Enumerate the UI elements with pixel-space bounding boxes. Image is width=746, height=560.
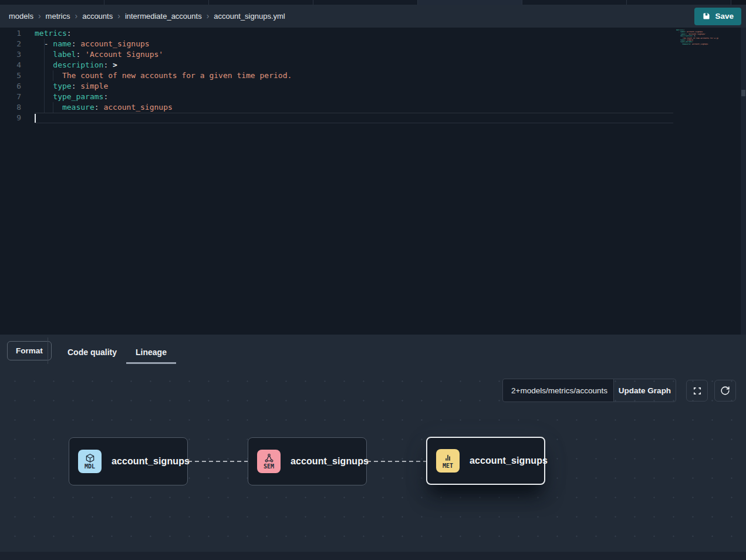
- code-line-2[interactable]: 2 - name: account_signups: [0, 39, 746, 49]
- lineage-node-sem[interactable]: SEMaccount_signups: [248, 437, 367, 485]
- text-cursor: [35, 114, 36, 123]
- window-tab-5[interactable]: [522, 0, 627, 5]
- mdl-badge: MDL: [78, 450, 102, 473]
- format-button[interactable]: Format: [7, 341, 52, 360]
- save-button[interactable]: Save: [694, 8, 741, 25]
- canvas-footer: [0, 552, 746, 560]
- code-line-7[interactable]: 7 type_params:: [0, 92, 746, 102]
- panel-divider: [48, 338, 48, 364]
- metric-chart-icon: [443, 453, 453, 463]
- line-number: 5: [0, 70, 21, 81]
- sem-badge: SEM: [257, 450, 281, 473]
- panel-tabs: Code qualityLineage: [58, 342, 176, 364]
- breadcrumb-item[interactable]: intermediate_accounts: [125, 12, 202, 21]
- window-tab-strip: [0, 0, 746, 5]
- lineage-node-mdl[interactable]: MDLaccount_signups: [69, 437, 188, 485]
- current-line-highlight: [35, 113, 673, 123]
- tab-code-quality[interactable]: Code quality: [58, 342, 126, 364]
- window-tab-3[interactable]: [313, 0, 418, 5]
- code-line-8[interactable]: 8 measure: account_signups: [0, 102, 746, 113]
- met-badge: MET: [436, 449, 460, 473]
- refresh-button[interactable]: [714, 380, 736, 402]
- breadcrumb-item[interactable]: account_signups.yml: [214, 12, 285, 21]
- file-header-bar: models›metrics›accounts›intermediate_acc…: [0, 5, 746, 28]
- code-editor[interactable]: 1metrics:2 - name: account_signups3 labe…: [0, 28, 746, 335]
- breadcrumb-separator-icon: ›: [207, 12, 210, 20]
- app-window: models›metrics›accounts›intermediate_acc…: [0, 0, 746, 560]
- node-label: account_signups: [470, 456, 548, 466]
- badge-type-label: SEM: [264, 464, 274, 470]
- window-tab-6[interactable]: [627, 0, 731, 5]
- window-tab-1[interactable]: [104, 0, 209, 5]
- badge-type-label: MET: [443, 463, 453, 469]
- breadcrumb-item[interactable]: metrics: [46, 12, 70, 21]
- breadcrumb-separator-icon: ›: [38, 12, 41, 20]
- indent-guide: [53, 70, 53, 81]
- code-line-3[interactable]: 3 label: 'Account Signups': [0, 49, 746, 60]
- code-line-6[interactable]: 6 type: simple: [0, 81, 746, 92]
- line-number: 6: [0, 81, 21, 92]
- breadcrumb-separator-icon: ›: [75, 12, 77, 20]
- fullscreen-icon: [693, 386, 702, 396]
- breadcrumb-item[interactable]: accounts: [82, 12, 113, 21]
- node-label: account_signups: [291, 456, 369, 467]
- lineage-node-met[interactable]: METaccount_signups: [426, 437, 545, 485]
- save-icon: [702, 12, 711, 21]
- scrollbar-thumb[interactable]: [741, 90, 745, 96]
- graph-selector-input[interactable]: [502, 379, 614, 402]
- node-label: account_signups: [112, 456, 190, 467]
- line-number: 3: [0, 49, 21, 60]
- bottom-panel: Format Code qualityLineage Update Graph: [0, 335, 746, 560]
- window-tab-0[interactable]: [0, 0, 104, 5]
- breadcrumb-separator-icon: ›: [117, 12, 120, 20]
- line-number: 7: [0, 92, 21, 102]
- line-number: 1: [0, 28, 21, 39]
- save-button-label: Save: [715, 12, 734, 21]
- badge-type-label: MDL: [85, 464, 95, 470]
- update-graph-button[interactable]: Update Graph: [613, 379, 676, 402]
- line-number: 8: [0, 102, 21, 113]
- window-tab-2[interactable]: [209, 0, 313, 5]
- breadcrumb-item[interactable]: models: [9, 12, 33, 21]
- breadcrumb: models›metrics›accounts›intermediate_acc…: [9, 12, 285, 21]
- semantic-graph-icon: [264, 453, 274, 463]
- line-number: 9: [0, 113, 21, 123]
- fullscreen-button[interactable]: [686, 380, 708, 402]
- window-tab-4[interactable]: [418, 0, 522, 5]
- code-line-5[interactable]: 5 The count of new accounts for a given …: [0, 70, 746, 81]
- code-line-4[interactable]: 4 description: >: [0, 60, 746, 70]
- minimap[interactable]: metrics: - name: account_signups label: …: [676, 29, 718, 48]
- line-number: 4: [0, 60, 21, 70]
- refresh-icon: [720, 386, 730, 396]
- tab-lineage[interactable]: Lineage: [126, 342, 176, 364]
- code-line-1[interactable]: 1metrics:: [0, 28, 746, 39]
- indent-guide: [44, 39, 45, 113]
- editor-scrollbar[interactable]: [741, 28, 746, 335]
- cube-icon: [85, 453, 95, 463]
- line-number: 2: [0, 39, 21, 49]
- indent-guide: [53, 102, 53, 113]
- code-lines: 1metrics:2 - name: account_signups3 labe…: [0, 28, 746, 123]
